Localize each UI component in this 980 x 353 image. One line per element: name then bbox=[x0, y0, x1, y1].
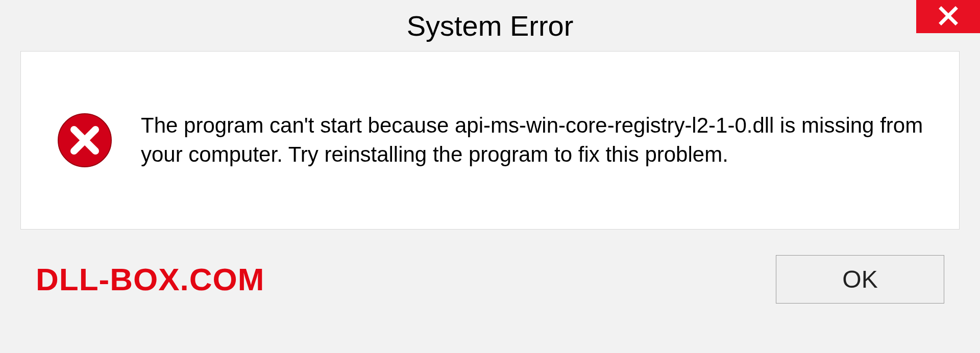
close-button[interactable] bbox=[916, 0, 980, 33]
ok-button[interactable]: OK bbox=[776, 255, 944, 304]
titlebar: System Error bbox=[0, 0, 980, 51]
dialog-title: System Error bbox=[407, 9, 574, 42]
error-icon bbox=[57, 112, 113, 168]
footer: DLL-BOX.COM OK bbox=[0, 230, 980, 304]
ok-button-label: OK bbox=[842, 265, 877, 293]
content-panel: The program can't start because api-ms-w… bbox=[20, 51, 960, 230]
close-icon bbox=[938, 6, 959, 28]
error-message: The program can't start because api-ms-w… bbox=[141, 111, 923, 169]
watermark-text: DLL-BOX.COM bbox=[36, 261, 264, 297]
